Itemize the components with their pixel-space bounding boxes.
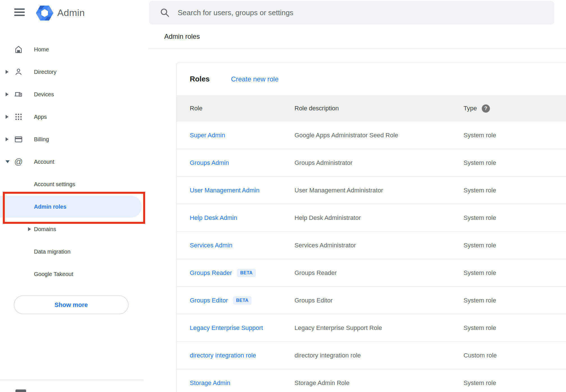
- sidebar-item-domains[interactable]: Domains: [0, 218, 149, 240]
- roles-card-header: Roles Create new role: [177, 63, 566, 95]
- role-cell: Legacy Enterprise Support: [190, 324, 295, 332]
- beta-badge: BETA: [233, 296, 252, 305]
- role-link[interactable]: Groups Reader: [190, 269, 232, 277]
- table-row: directory integration roledirectory inte…: [177, 342, 566, 369]
- role-cell: Services Admin: [190, 242, 295, 249]
- table-row: Help Desk AdminHelp Desk AdministratorSy…: [177, 204, 566, 232]
- role-link[interactable]: Legacy Enterprise Support: [190, 324, 263, 332]
- role-type: System role: [464, 214, 566, 222]
- sidebar-item-account-settings[interactable]: Account settings: [0, 173, 149, 195]
- role-type: System role: [464, 297, 566, 304]
- role-description: User Management Administrator: [295, 187, 464, 194]
- hamburger-menu-icon[interactable]: [13, 6, 26, 19]
- chevron-down-icon[interactable]: [6, 160, 10, 163]
- show-more-button[interactable]: Show more: [14, 295, 129, 314]
- role-cell: User Management Admin: [190, 187, 295, 194]
- sidebar-item-apps[interactable]: Apps: [0, 106, 149, 128]
- apps-grid-icon: [14, 113, 23, 121]
- at-sign-icon: @: [14, 158, 23, 166]
- role-description: Groups Administrator: [295, 159, 464, 167]
- chevron-right-icon[interactable]: [28, 227, 31, 231]
- table-row: Groups EditorBETAGroups EditorSystem rol…: [177, 287, 566, 314]
- table-row: Legacy Enterprise SupportLegacy Enterpri…: [177, 314, 566, 342]
- role-link[interactable]: Super Admin: [190, 132, 225, 139]
- role-link[interactable]: Help Desk Admin: [190, 214, 237, 222]
- sidebar-item-label: Billing: [34, 136, 49, 143]
- sidebar-item-label: Directory: [34, 69, 56, 75]
- breadcrumb: Admin roles: [164, 33, 200, 40]
- sidebar-item-label: Admin roles: [34, 204, 67, 210]
- sidebar-item-directory[interactable]: Directory: [0, 61, 149, 83]
- person-icon: [14, 68, 23, 76]
- table-row: Groups ReaderBETAGroups ReaderSystem rol…: [177, 259, 566, 287]
- sidebar-item-google-takeout[interactable]: Google Takeout: [0, 263, 149, 285]
- breadcrumb-bar: Admin roles: [149, 24, 566, 49]
- help-icon[interactable]: ?: [482, 104, 490, 113]
- sidebar-item-admin-roles[interactable]: Admin roles: [0, 195, 149, 218]
- sidebar-item-label: Google Takeout: [34, 271, 73, 277]
- sidebar-item-label: Home: [34, 46, 49, 53]
- sidebar-item-label: Data migration: [34, 249, 70, 255]
- sidebar-item-label: Devices: [34, 91, 54, 98]
- role-cell: Storage Admin: [190, 379, 295, 387]
- beta-badge: BETA: [237, 269, 255, 277]
- sidebar-item-home[interactable]: Home: [0, 38, 149, 61]
- chevron-right-icon[interactable]: [6, 115, 8, 119]
- column-header-role: Role: [190, 105, 295, 112]
- home-icon: [14, 45, 23, 54]
- role-type: System role: [464, 159, 566, 167]
- chevron-right-icon[interactable]: [6, 92, 8, 96]
- role-cell: Groups Admin: [190, 159, 295, 167]
- role-description: Storage Admin Role: [295, 379, 464, 387]
- sidebar-item-billing[interactable]: Billing: [0, 128, 149, 151]
- role-cell: Super Admin: [190, 132, 295, 139]
- sidebar-bottom-divider: [0, 380, 143, 380]
- column-header-type: Type ?: [464, 104, 566, 113]
- role-description: Legacy Enterprise Support Role: [295, 324, 464, 332]
- sidebar-item-data-migration[interactable]: Data migration: [0, 240, 149, 263]
- role-description: Groups Editor: [295, 297, 464, 304]
- role-description: Help Desk Administrator: [295, 214, 464, 222]
- role-cell: Help Desk Admin: [190, 214, 295, 222]
- role-link[interactable]: Services Admin: [190, 242, 232, 249]
- roles-card: Roles Create new role Role Role descript…: [176, 63, 566, 392]
- selected-item-highlight: [0, 196, 142, 218]
- sidebar-item-label: Account: [34, 159, 54, 165]
- sidebar-item-account[interactable]: @Account: [0, 151, 149, 173]
- role-link[interactable]: Storage Admin: [190, 379, 230, 387]
- table-row: Super AdminGoogle Apps Administrator See…: [177, 122, 566, 149]
- chevron-right-icon[interactable]: [6, 70, 8, 74]
- app-title: Admin: [57, 7, 85, 18]
- role-type: System role: [464, 242, 566, 249]
- role-cell: Groups ReaderBETA: [190, 269, 295, 277]
- card-title: Roles: [190, 75, 210, 83]
- search-bar[interactable]: [149, 1, 554, 24]
- role-description: directory integration role: [295, 352, 464, 359]
- partial-bottom-icon: [15, 389, 26, 392]
- sidebar-item-devices[interactable]: Devices: [0, 83, 149, 106]
- role-link[interactable]: Groups Editor: [190, 297, 228, 304]
- role-cell: Groups EditorBETA: [190, 296, 295, 305]
- role-cell: directory integration role: [190, 352, 295, 359]
- role-type: System role: [464, 379, 566, 387]
- role-type: System role: [464, 324, 566, 332]
- create-new-role-link[interactable]: Create new role: [231, 75, 279, 83]
- role-type: System role: [464, 187, 566, 194]
- credit-card-icon: [14, 135, 23, 143]
- role-type: System role: [464, 269, 566, 277]
- sidebar-item-label: Domains: [34, 226, 56, 233]
- admin-console-screen: Admin Admin roles HomeDirectoryDevicesAp…: [0, 0, 566, 392]
- role-description: Google Apps Administrator Seed Role: [295, 132, 464, 139]
- role-description: Services Administrator: [295, 242, 464, 249]
- devices-icon: [14, 90, 23, 99]
- search-icon: [160, 8, 170, 18]
- table-row: User Management AdminUser Management Adm…: [177, 177, 566, 204]
- role-link[interactable]: directory integration role: [190, 352, 256, 359]
- role-link[interactable]: User Management Admin: [190, 187, 259, 194]
- role-link[interactable]: Groups Admin: [190, 159, 229, 167]
- table-row: Groups AdminGroups AdministratorSystem r…: [177, 149, 566, 177]
- role-type: System role: [464, 132, 566, 139]
- chevron-right-icon[interactable]: [6, 137, 8, 141]
- role-type: Custom role: [464, 352, 566, 359]
- search-input[interactable]: [178, 8, 546, 17]
